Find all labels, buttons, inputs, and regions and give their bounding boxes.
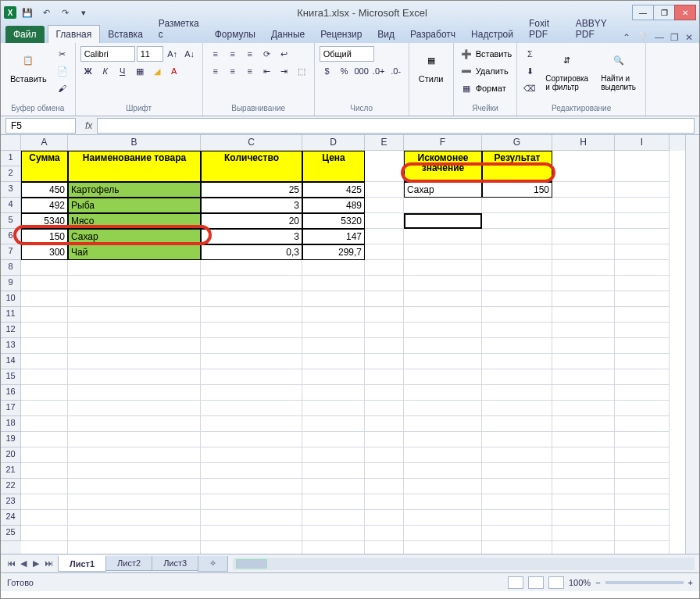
cell-F21[interactable]: [404, 479, 482, 494]
cell-D20[interactable]: [302, 463, 365, 479]
cell-E23[interactable]: [365, 510, 404, 526]
qat-customize-icon[interactable]: ▾: [76, 5, 91, 20]
sort-filter-button[interactable]: ⇵ Сортировка и фильтр: [541, 46, 593, 93]
cell-G12[interactable]: [482, 338, 552, 354]
col-header-F[interactable]: F: [404, 135, 482, 151]
row-header-3[interactable]: 3: [1, 182, 21, 198]
cell-B17[interactable]: [68, 416, 201, 432]
cell-D7[interactable]: [302, 260, 365, 276]
row-header-13[interactable]: 13: [1, 338, 21, 354]
cell-C6[interactable]: 0,3: [201, 244, 302, 260]
comma-icon[interactable]: 000: [354, 63, 370, 79]
cell-I8[interactable]: [615, 276, 670, 291]
decrease-indent-icon[interactable]: ⇤: [259, 63, 275, 79]
view-normal-icon[interactable]: [508, 576, 523, 589]
cell-B7[interactable]: [68, 260, 201, 276]
cell-F17[interactable]: [404, 416, 482, 432]
cell-C8[interactable]: [201, 276, 302, 291]
cell-D15[interactable]: [302, 385, 365, 401]
view-layout-icon[interactable]: [528, 576, 544, 589]
cell-E14[interactable]: [365, 369, 404, 385]
cell-F7[interactable]: [404, 260, 482, 276]
cell-D24[interactable]: [302, 526, 365, 541]
cell-D10[interactable]: [302, 307, 365, 323]
cell-B11[interactable]: [68, 323, 201, 338]
cell-G3[interactable]: [482, 198, 552, 213]
align-bottom-icon[interactable]: ≡: [242, 46, 258, 62]
row-header-16[interactable]: 16: [1, 385, 21, 401]
tab-data[interactable]: Данные: [263, 26, 312, 43]
cell-E13[interactable]: [365, 354, 404, 369]
cell-E19[interactable]: [365, 447, 404, 463]
row-header-15[interactable]: 15: [1, 369, 21, 385]
cell-B6[interactable]: Чай: [68, 244, 201, 260]
tab-insert[interactable]: Вставка: [100, 26, 151, 43]
merge-icon[interactable]: ⬚: [294, 63, 309, 79]
row-header-14[interactable]: 14: [1, 354, 21, 369]
cell-I9[interactable]: [615, 291, 670, 307]
cell-H12[interactable]: [552, 338, 615, 354]
cell-B12[interactable]: [68, 338, 201, 354]
cell-I22[interactable]: [615, 494, 670, 510]
cell-G16[interactable]: [482, 401, 552, 416]
worksheet-grid[interactable]: ABCDEFGHI 123456789101112131415161718192…: [1, 135, 699, 554]
cell-A1[interactable]: Сумма: [21, 151, 68, 182]
cell-I23[interactable]: [615, 510, 670, 526]
cell-I17[interactable]: [615, 416, 670, 432]
sheet-tab-2[interactable]: Лист2: [105, 556, 152, 571]
cell-I5[interactable]: [615, 229, 670, 244]
currency-icon[interactable]: $: [320, 63, 335, 79]
view-pagebreak-icon[interactable]: [548, 576, 564, 589]
cell-H24[interactable]: [552, 526, 615, 541]
cell-D9[interactable]: [302, 291, 365, 307]
ribbon-minimize-icon[interactable]: ⌃: [623, 32, 630, 43]
cells-area[interactable]: СуммаНаименование товараКоличествоЦенаИс…: [21, 151, 685, 554]
cell-H15[interactable]: [552, 385, 615, 401]
cell-I18[interactable]: [615, 432, 670, 447]
wrap-text-icon[interactable]: ↩: [277, 46, 292, 62]
increase-font-icon[interactable]: A↑: [165, 46, 180, 62]
cell-I3[interactable]: [615, 198, 670, 213]
cell-I19[interactable]: [615, 447, 670, 463]
cell-E1[interactable]: [365, 151, 404, 182]
col-header-H[interactable]: H: [552, 135, 615, 151]
cell-A19[interactable]: [21, 447, 68, 463]
cell-E7[interactable]: [365, 260, 404, 276]
cell-E22[interactable]: [365, 494, 404, 510]
orientation-icon[interactable]: ⟳: [259, 46, 275, 62]
cell-F16[interactable]: [404, 401, 482, 416]
cell-G21[interactable]: [482, 479, 552, 494]
row-header-6[interactable]: 6: [1, 229, 21, 244]
cell-C14[interactable]: [201, 369, 302, 385]
tab-formulas[interactable]: Формулы: [207, 26, 263, 43]
cell-E15[interactable]: [365, 385, 404, 401]
sheet-nav-prev-icon[interactable]: ◀: [18, 558, 29, 569]
cell-D11[interactable]: [302, 323, 365, 338]
row-header-10[interactable]: 10: [1, 291, 21, 307]
cell-I13[interactable]: [615, 354, 670, 369]
cell-E12[interactable]: [365, 338, 404, 354]
cell-E4[interactable]: [365, 213, 404, 229]
formula-input[interactable]: [97, 118, 695, 134]
cell-A6[interactable]: 300: [21, 244, 68, 260]
row-header-4[interactable]: 4: [1, 198, 21, 213]
qat-redo-icon[interactable]: ↷: [57, 5, 73, 20]
tab-addins[interactable]: Надстрой: [463, 26, 521, 43]
zoom-slider[interactable]: [605, 581, 684, 584]
fill-color-icon[interactable]: ◢: [149, 63, 165, 79]
cell-A8[interactable]: [21, 276, 68, 291]
cell-A25[interactable]: [21, 541, 68, 554]
autosum-icon[interactable]: Σ: [522, 46, 538, 62]
cell-G2[interactable]: 150: [482, 182, 552, 198]
row-header-21[interactable]: 21: [1, 463, 21, 479]
tab-review[interactable]: Рецензир: [312, 26, 370, 43]
cell-D2[interactable]: 425: [302, 182, 365, 198]
cell-G9[interactable]: [482, 291, 552, 307]
cell-A22[interactable]: [21, 494, 68, 510]
row-header-5[interactable]: 5: [1, 213, 21, 229]
cell-G15[interactable]: [482, 385, 552, 401]
cell-B23[interactable]: [68, 510, 201, 526]
cell-E3[interactable]: [365, 198, 404, 213]
row-header-8[interactable]: 8: [1, 260, 21, 276]
cell-C12[interactable]: [201, 338, 302, 354]
